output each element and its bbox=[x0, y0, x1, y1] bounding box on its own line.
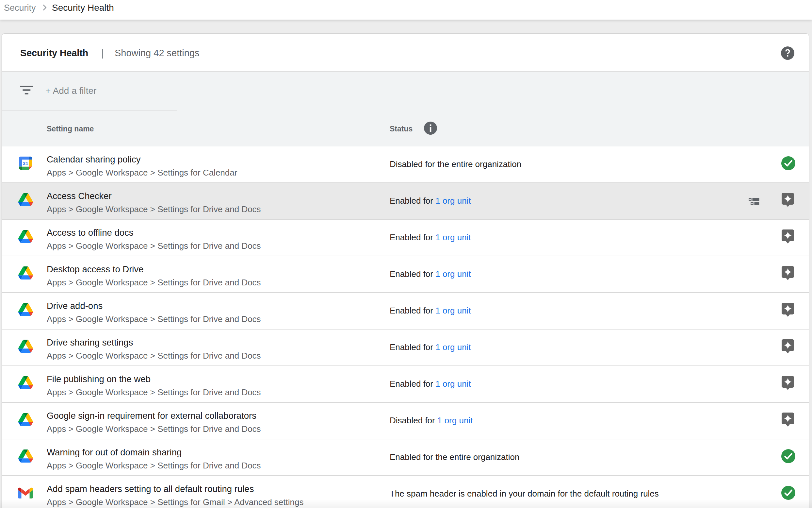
svg-text:31: 31 bbox=[22, 161, 29, 166]
